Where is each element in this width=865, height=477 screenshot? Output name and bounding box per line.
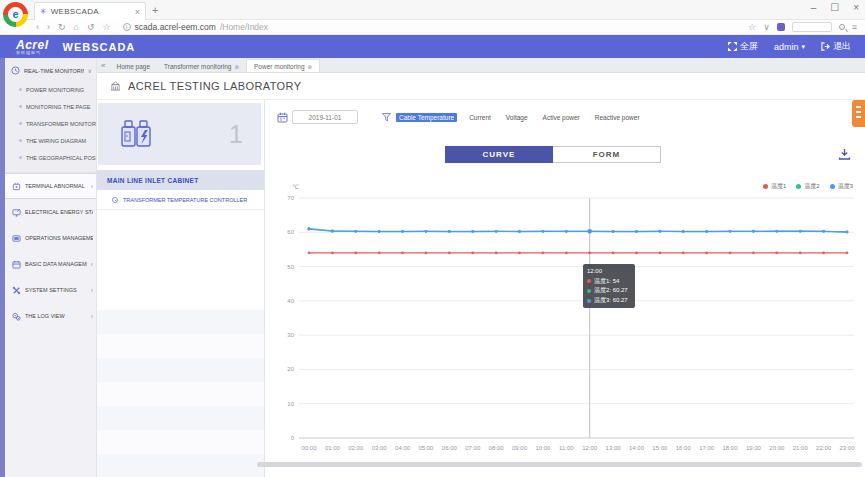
date-input[interactable] <box>292 110 358 124</box>
close-icon[interactable]: ⊗ <box>234 64 239 70</box>
sidebar-item-basic-data-management[interactable]: BASIC DATA MANAGEMENT ‹ <box>5 251 96 277</box>
chart-panel: Cable Temperature Current Voltage Active… <box>265 100 865 477</box>
browser-toolbar: ‹ › ↻ ⌂ ↺ ☆ i scada.acrel-eem.com/Home/I… <box>0 20 865 35</box>
device-list-item[interactable]: TRANSFORMER TEMPERATURE CONTROLLER <box>97 190 264 210</box>
sidebar-item-transformer-monitoring[interactable]: TRANSFORMER MONITORING <box>5 115 96 132</box>
window-maximize-button[interactable]: ☐ <box>830 2 839 13</box>
tooltip-row: 温度2: 60.27 <box>587 286 631 296</box>
toolbar-star-icon[interactable]: ☆ <box>748 22 756 32</box>
filter-cable-temperature[interactable]: Cable Temperature <box>396 113 457 122</box>
sidebar-item-monitoring-the-page[interactable]: MONITORING THE PAGE <box>5 98 96 115</box>
product-name: WEBSCADA <box>63 41 136 53</box>
bullet-icon <box>19 122 22 125</box>
menu-icon[interactable]: ≡ <box>852 22 857 32</box>
bookmark-star-icon[interactable]: ☆ <box>103 22 111 32</box>
sidebar-item-system-settings[interactable]: SYSTEM SETTINGS ‹ <box>5 277 96 303</box>
toolbar-search-input[interactable] <box>792 22 832 32</box>
url-host: scada.acrel-eem.com <box>135 22 216 32</box>
sidebar-group-realtime: REAL-TIME MONITORING ∨ POWER MONITORING … <box>5 58 96 173</box>
calendar-icon[interactable] <box>277 112 288 123</box>
tab-favicon-icon: ✳ <box>40 7 47 16</box>
legend-item[interactable]: 温度2 <box>796 182 819 191</box>
acrel-logo: Acrel 安科瑞电气 <box>16 39 49 55</box>
svg-text:13:00: 13:00 <box>606 445 622 451</box>
export-side-tab[interactable] <box>852 100 865 127</box>
svg-text:06:00: 06:00 <box>442 445 458 451</box>
line-chart[interactable]: 温度1温度2温度3 010203040506070℃00:0001:0002:0… <box>265 178 865 455</box>
tooltip-time: 12:00 <box>587 267 631 277</box>
filter-reactive-power[interactable]: Reactive power <box>592 113 643 122</box>
bullet-icon <box>19 88 22 91</box>
browser-tab[interactable]: ✳ WEBSCADA × <box>34 2 146 20</box>
reload-icon[interactable]: ↻ <box>58 22 66 32</box>
tab-close-icon[interactable]: × <box>135 7 140 17</box>
toolbar-caret-icon[interactable]: ∨ <box>763 22 770 32</box>
energy-statistics-icon <box>12 208 21 217</box>
svg-text:10:00: 10:00 <box>535 445 551 451</box>
sidebar-item-power-monitoring[interactable]: POWER MONITORING <box>5 81 96 98</box>
tab-transformer-monitoring[interactable]: Transformer monitoring ⊗ <box>157 60 246 72</box>
legend-item[interactable]: 温度3 <box>830 182 853 191</box>
curve-button[interactable]: CURVE <box>445 146 553 163</box>
new-tab-button[interactable]: + <box>152 4 158 16</box>
chevron-down-icon: ▾ <box>801 43 805 51</box>
form-button[interactable]: FORM <box>553 146 661 163</box>
bullet-icon <box>19 105 22 108</box>
svg-text:22:00: 22:00 <box>816 445 832 451</box>
collapse-sidebar-icon[interactable]: « <box>101 61 105 70</box>
sidebar-item-realtime-monitoring[interactable]: REAL-TIME MONITORING ∨ <box>5 66 96 81</box>
extension-icon[interactable] <box>777 23 785 31</box>
tooltip-row: 温度3: 60.27 <box>587 296 631 306</box>
tab-power-monitoring[interactable]: Power monitoring ⊗ <box>246 59 320 72</box>
back-icon[interactable]: ‹ <box>36 22 39 32</box>
browser-tab-title: WEBSCADA <box>51 7 131 16</box>
forward-icon[interactable]: › <box>47 22 50 32</box>
user-menu[interactable]: admin ▾ <box>774 42 805 52</box>
window-close-button[interactable]: × <box>853 2 859 13</box>
fullscreen-button[interactable]: 全屏 <box>728 40 758 53</box>
page-tab-bar: « Home page Transformer monitoring ⊗ Pow… <box>97 58 865 73</box>
svg-text:19:00: 19:00 <box>746 445 762 451</box>
tooltip-row: 温度1: 54 <box>587 277 631 287</box>
operations-management-icon <box>12 234 21 243</box>
chart-canvas[interactable]: 010203040506070℃00:0001:0002:0003:0004:0… <box>265 178 865 455</box>
sidebar-item-geographical-position[interactable]: THE GEOGRAPHICAL POSITION <box>5 149 96 166</box>
window-minimize-button[interactable]: – <box>811 2 817 13</box>
svg-text:09:00: 09:00 <box>512 445 528 451</box>
tooltip-dot-icon <box>587 279 591 283</box>
svg-text:11:00: 11:00 <box>559 445 574 451</box>
svg-text:16:00: 16:00 <box>676 445 692 451</box>
close-icon[interactable]: ⊗ <box>308 64 313 70</box>
svg-text:℃: ℃ <box>292 184 299 190</box>
history-icon[interactable]: ↺ <box>87 22 95 32</box>
sidebar-item-electrical-energy-statistics[interactable]: ELECTRICAL ENERGY STATISTICS <box>5 199 96 225</box>
chevron-left-icon: ‹ <box>91 261 93 268</box>
building-icon <box>110 81 121 91</box>
filter-current[interactable]: Current <box>466 113 494 122</box>
svg-text:04:00: 04:00 <box>395 445 411 451</box>
url-bar[interactable]: i scada.acrel-eem.com/Home/Index <box>123 22 268 32</box>
horizontal-scrollbar[interactable] <box>257 462 862 467</box>
filter-voltage[interactable]: Voltage <box>503 113 531 122</box>
sidebar-item-operations-management[interactable]: OPERATIONS MANAGEMENT <box>5 225 96 251</box>
home-icon[interactable]: ⌂ <box>74 22 79 32</box>
sidebar-item-terminal-abnormal[interactable]: TERMINAL ABNORMAL ‹ <box>5 173 96 199</box>
svg-text:20:00: 20:00 <box>769 445 785 451</box>
chevron-left-icon: ‹ <box>91 183 93 190</box>
logout-button[interactable]: 退出 <box>821 40 851 53</box>
sidebar-item-wiring-diagram[interactable]: THE WIRING DIAGRAM <box>5 132 96 149</box>
transformer-icon <box>118 117 154 151</box>
tab-home-page[interactable]: Home page <box>109 60 157 72</box>
svg-text:20: 20 <box>287 366 294 372</box>
legend-item[interactable]: 温度1 <box>763 182 786 191</box>
svg-text:21:00: 21:00 <box>793 445 809 451</box>
basic-data-management-icon <box>12 260 21 269</box>
sidebar-item-the-log-view[interactable]: THE LOG VIEW ‹ <box>5 303 96 329</box>
system-settings-icon <box>12 286 21 295</box>
filter-active-power[interactable]: Active power <box>540 113 583 122</box>
title-row: ACREL TESTING LABORATORY <box>97 73 865 100</box>
search-icon[interactable] <box>839 24 845 30</box>
site-info-icon[interactable]: i <box>123 23 131 31</box>
device-summary-card: 1 <box>98 103 261 165</box>
download-button[interactable] <box>838 148 851 160</box>
